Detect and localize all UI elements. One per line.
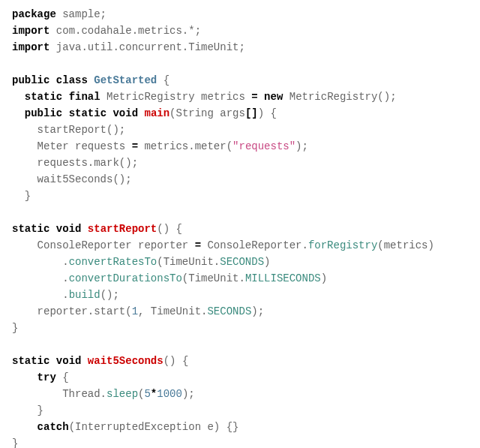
- keyword-static: static: [69, 107, 106, 119]
- sleep-call: Thread.: [12, 388, 106, 400]
- reporter-start: reporter.start(: [12, 305, 132, 317]
- keyword-import: import: [12, 41, 50, 53]
- args-open: (TimeUnit.: [182, 272, 245, 284]
- keyword-static: static: [25, 91, 62, 103]
- import-path: com.codahale.metrics.: [50, 25, 188, 37]
- code-block: package sample; import com.codahale.metr…: [12, 6, 468, 448]
- class-name: GetStarted: [94, 74, 157, 86]
- brace: }: [12, 404, 44, 416]
- package-name: sample;: [56, 8, 106, 20]
- meter-call: metrics.meter(: [138, 140, 232, 152]
- params: () {: [164, 355, 189, 367]
- method-main: main: [144, 107, 170, 119]
- args: , TimeUnit.: [138, 305, 207, 317]
- catch-params: (InterruptedException e) {}: [69, 421, 239, 433]
- keyword-package: package: [12, 8, 56, 20]
- brackets: []: [245, 107, 258, 119]
- keyword-public: public: [12, 74, 50, 86]
- reporter-call: ConsoleReporter.: [201, 239, 308, 251]
- call-line: wait5Seconds();: [12, 173, 132, 185]
- meter-decl: Meter requests: [12, 140, 132, 152]
- keyword-catch: catch: [38, 421, 69, 433]
- method-convertDurationsTo: convertDurationsTo: [69, 272, 182, 284]
- number-literal: 1000: [157, 388, 182, 400]
- brace: }: [12, 190, 31, 202]
- call-close: ();: [100, 289, 119, 301]
- paren-close: ): [321, 272, 327, 284]
- keyword-void: void: [112, 107, 138, 119]
- number-literal: 1: [132, 305, 138, 317]
- call-close: );: [251, 305, 264, 317]
- method-build: build: [69, 289, 100, 301]
- method-forRegistry: forRegistry: [308, 239, 377, 251]
- indent: .: [12, 289, 69, 301]
- semicolon: ;: [195, 25, 201, 37]
- method-startReport: startReport: [88, 223, 157, 235]
- brace: {: [56, 371, 69, 383]
- call-line: startReport();: [12, 124, 125, 136]
- params-close: ) {: [258, 107, 277, 119]
- keyword-class: class: [56, 74, 88, 86]
- declaration: MetricRegistry metrics: [100, 91, 252, 103]
- args-open: (TimeUnit.: [157, 256, 220, 268]
- wildcard: *: [188, 25, 194, 37]
- brace: }: [12, 322, 18, 334]
- operator-eq: =: [251, 91, 257, 103]
- method-wait5Seconds: wait5Seconds: [88, 355, 164, 367]
- keyword-import: import: [12, 25, 50, 37]
- call-line: requests.mark();: [12, 157, 138, 169]
- keyword-final: final: [69, 91, 100, 103]
- call-close: );: [182, 388, 195, 400]
- method-sleep: sleep: [106, 388, 138, 400]
- paren-close: ): [264, 256, 270, 268]
- operator-mul: *: [151, 388, 157, 400]
- method-convertRatesTo: convertRatesTo: [69, 256, 158, 268]
- keyword-void: void: [56, 223, 82, 235]
- import-path: java.util.concurrent.TimeUnit;: [50, 41, 244, 53]
- number-literal: 5: [144, 388, 150, 400]
- args: (metrics): [377, 239, 434, 251]
- keyword-public: public: [25, 107, 62, 119]
- brace: }: [12, 437, 18, 448]
- call-close: );: [296, 140, 308, 152]
- keyword-static: static: [12, 223, 50, 235]
- string-literal: "requests": [232, 140, 296, 152]
- keyword-try: try: [38, 371, 56, 383]
- const-milliseconds: MILLISECONDS: [245, 272, 321, 284]
- const-seconds: SECONDS: [207, 305, 251, 317]
- keyword-new: new: [264, 91, 283, 103]
- keyword-void: void: [56, 355, 82, 367]
- params: (String args: [170, 107, 245, 119]
- keyword-static: static: [12, 355, 50, 367]
- constructor-call: MetricRegistry();: [283, 91, 396, 103]
- reporter-decl: ConsoleReporter reporter: [12, 239, 195, 251]
- operator-eq: =: [195, 239, 201, 251]
- operator-eq: =: [132, 140, 138, 152]
- indent: .: [12, 272, 69, 284]
- brace: {: [157, 74, 170, 86]
- indent: .: [12, 256, 69, 268]
- const-seconds: SECONDS: [220, 256, 264, 268]
- params: () {: [157, 223, 182, 235]
